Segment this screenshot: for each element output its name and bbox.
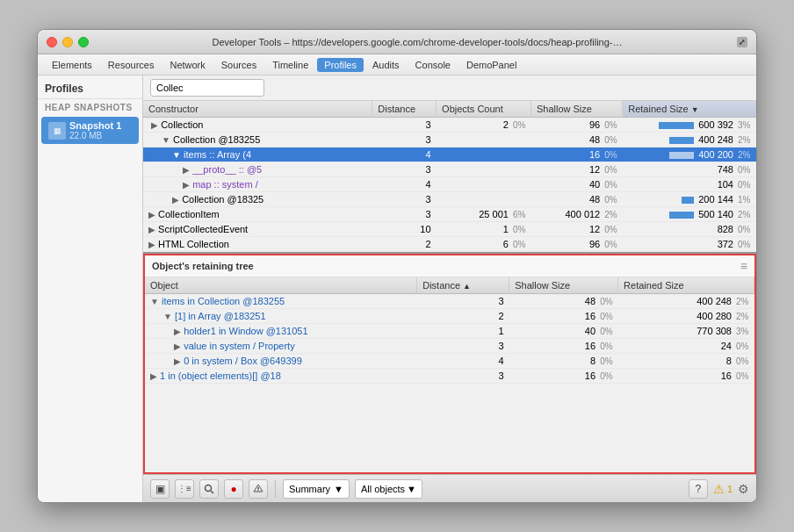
expand-icon[interactable]: ▶ — [183, 165, 190, 175]
constructor-table-body: ▶ ▶ Collection Collection 3 2 0% 96 — [143, 118, 756, 252]
all-objects-select[interactable]: All objects ▼ — [355, 479, 422, 499]
table-row[interactable]: ▶ 0 in system / Box @649399 4 8 0% 8 — [145, 354, 754, 369]
cell-shallow: 96 0% — [531, 237, 622, 252]
expand-icon[interactable]: ▶ — [174, 341, 181, 351]
menu-resources[interactable]: Resources — [101, 58, 162, 72]
retaining-tree-header: Object's retaining tree ≡ — [145, 255, 754, 277]
resize-button[interactable]: ⤢ — [737, 37, 747, 47]
table-row[interactable]: ▶ HTML Collection 2 6 0% 96 0% — [143, 237, 756, 252]
table-row[interactable]: ▶ CollectionItem 3 25 001 6% 400 012 2% — [143, 207, 756, 222]
col-constructor[interactable]: Constructor — [143, 101, 372, 118]
record-button[interactable]: ● — [224, 479, 243, 499]
cell-rt-retained: 8 0% — [618, 354, 754, 369]
help-button[interactable]: ? — [689, 479, 708, 499]
bottom-toolbar: ▣ ⋮≡ ● Summ — [143, 474, 756, 502]
search-input[interactable] — [150, 79, 264, 97]
stop-button[interactable] — [249, 479, 268, 499]
snapshot-text: Snapshot 1 22.0 MB — [69, 120, 132, 140]
cell-obj-count — [437, 133, 531, 147]
col-shallow-size[interactable]: Shallow Size — [531, 101, 622, 118]
cell-rt-shallow: 16 0% — [509, 369, 618, 384]
retaining-table-container[interactable]: Object Distance ▲ Shallow Size Retained … — [145, 277, 754, 472]
cell-rt-object: ▶ value in system / Property — [145, 339, 417, 354]
sort-arrow: ▼ — [691, 105, 699, 114]
cell-rt-shallow: 48 0% — [509, 294, 618, 309]
table-row[interactable]: ▶ __proto__ :: @5 3 12 0% 748 — [143, 162, 756, 177]
col-objects-count[interactable]: Objects Count — [437, 101, 531, 118]
expand-icon[interactable]: ▼ — [162, 135, 170, 145]
warning-indicator: ⚠ 1 — [713, 482, 733, 496]
menu-elements[interactable]: Elements — [45, 58, 99, 72]
table-row[interactable]: ▶ ScriptCollectedEvent 10 1 0% 12 0% — [143, 222, 756, 237]
col-rt-distance[interactable]: Distance ▲ — [417, 277, 509, 294]
table-row[interactable]: ▼ [1] in Array @183251 2 16 0% 400 280 — [145, 309, 754, 324]
col-rt-shallow[interactable]: Shallow Size — [509, 277, 618, 294]
cell-rt-shallow: 16 0% — [509, 339, 618, 354]
expand-icon[interactable]: ▶ — [183, 180, 190, 190]
gear-button[interactable]: ⚙ — [738, 482, 749, 496]
menu-timeline[interactable]: Timeline — [265, 58, 315, 72]
expand-icon[interactable]: ▶ — [172, 195, 179, 205]
stop-icon — [253, 484, 263, 494]
menu-demopanel[interactable]: DemoPanel — [459, 58, 523, 72]
col-rt-object[interactable]: Object — [145, 277, 417, 294]
expand-icon[interactable]: ▶ — [174, 327, 181, 336]
table-row[interactable]: ▼ Collection @183255 3 48 0% — [143, 133, 756, 147]
expand-icon[interactable]: ▼ — [150, 297, 159, 306]
trace-button[interactable]: ⋮≡ — [175, 479, 194, 499]
cell-distance: 2 — [372, 237, 437, 252]
col-rt-retained[interactable]: Retained Size — [618, 277, 754, 294]
col-distance[interactable]: Distance — [372, 101, 437, 118]
close-button[interactable] — [47, 37, 57, 47]
menu-network[interactable]: Network — [162, 58, 212, 72]
svg-point-4 — [257, 489, 258, 490]
expand-icon[interactable]: ▶ — [148, 210, 155, 219]
separator — [275, 480, 276, 498]
search-button[interactable] — [199, 479, 219, 499]
cell-shallow: 40 0% — [531, 177, 622, 192]
sidebar-item-snapshot1[interactable]: ▦ Snapshot 1 22.0 MB — [41, 117, 139, 144]
expand-icon[interactable]: ▶ — [150, 371, 157, 381]
cell-constructor: ▶ HTML Collection — [143, 237, 372, 252]
menu-sources[interactable]: Sources — [214, 58, 263, 72]
maximize-button[interactable] — [78, 37, 89, 47]
expand-icon[interactable]: ▶ — [148, 240, 155, 249]
retained-bar — [669, 152, 694, 159]
menu-profiles[interactable]: Profiles — [317, 58, 364, 72]
retaining-table-body: ▼ items in Collection @183255 3 48 0% 40… — [145, 294, 754, 384]
panel-button[interactable]: ▣ — [150, 479, 170, 499]
expand-icon[interactable]: ▶ — [148, 225, 155, 234]
cell-shallow: 12 0% — [531, 222, 622, 237]
cell-rt-distance: 3 — [417, 369, 509, 384]
table-row[interactable]: ▶ value in system / Property 3 16 0% 24 — [145, 339, 754, 354]
warning-count: 1 — [727, 484, 733, 494]
expand-icon[interactable]: ▶ — [151, 120, 158, 130]
cell-retained: 748 0% — [623, 162, 756, 177]
cell-retained: 400 248 2% — [623, 133, 756, 147]
cell-rt-shallow: 40 0% — [509, 324, 618, 339]
scroll-icon: ≡ — [740, 259, 747, 273]
summary-dropdown[interactable]: Summary ▼ — [283, 479, 350, 499]
table-row[interactable]: ▶ Collection @18325 3 48 0% 2 — [143, 192, 756, 207]
retaining-tree-section: Object's retaining tree ≡ Object Distanc… — [143, 254, 756, 474]
menu-console[interactable]: Console — [408, 58, 458, 72]
cell-shallow: 48 0% — [531, 192, 622, 207]
cell-constructor: ▶ ▶ Collection Collection — [143, 118, 372, 133]
cell-distance: 3 — [372, 192, 437, 207]
expand-icon[interactable]: ▶ — [174, 356, 181, 366]
expand-icon[interactable]: ▼ — [172, 150, 181, 160]
minimize-button[interactable] — [62, 37, 73, 47]
cell-constructor: ▼ items :: Array (4 — [143, 147, 372, 162]
table-row[interactable]: ▶ holder1 in Window @131051 1 40 0% 770 … — [145, 324, 754, 339]
table-row-selected[interactable]: ▼ items :: Array (4 4 16 0% 4 — [143, 147, 756, 162]
cell-distance: 3 — [372, 133, 437, 147]
col-retained-size[interactable]: Retained Size ▼ — [623, 101, 756, 118]
table-row[interactable]: ▼ items in Collection @183255 3 48 0% 40… — [145, 294, 754, 309]
menu-audits[interactable]: Audits — [365, 58, 407, 72]
expand-icon[interactable]: ▼ — [163, 312, 172, 321]
table-row[interactable]: ▶ ▶ Collection Collection 3 2 0% 96 — [143, 118, 756, 133]
table-row[interactable]: ▶ map :: system / 4 40 0% 104 — [143, 177, 756, 192]
cell-distance: 4 — [372, 177, 437, 192]
cell-obj-count: 1 0% — [437, 222, 531, 237]
table-row[interactable]: ▶ 1 in (object elements)[] @18 3 16 0% 1… — [145, 369, 754, 384]
